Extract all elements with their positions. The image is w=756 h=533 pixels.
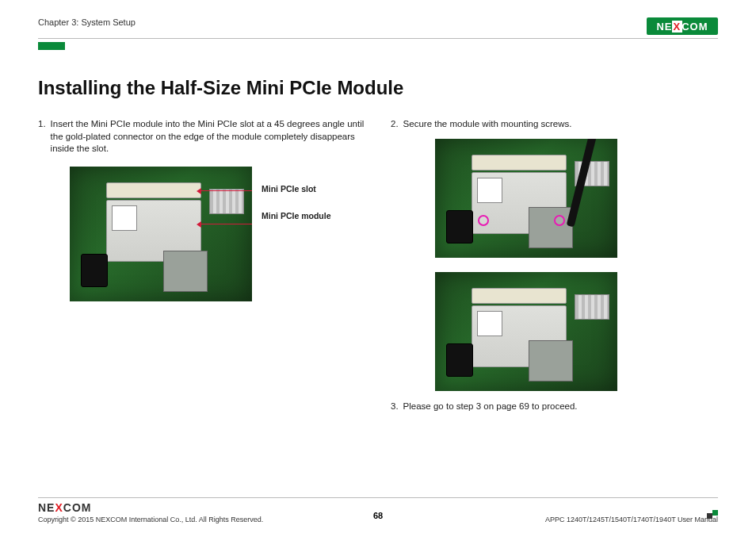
- step-2-text: Secure the module with mounting screws.: [403, 118, 572, 131]
- footer-logo: NEXCOM: [38, 501, 263, 514]
- step-1: 1. Insert the Mini PCIe module into the …: [38, 118, 365, 155]
- right-column: 2. Secure the module with mounting screw…: [391, 118, 718, 420]
- brand-logo: NEXCOM: [647, 17, 718, 35]
- figure-1: Mini PCIe slot Mini PCIe module: [70, 167, 365, 301]
- page-header: Chapter 3: System Setup NEXCOM: [38, 17, 718, 39]
- footer-logo-left: NE: [38, 501, 55, 514]
- header-accent-bar: [38, 42, 65, 50]
- manual-reference: APPC 1240T/1245T/1540T/1740T/1940T User …: [545, 516, 718, 523]
- step-3: 3. Please go to step 3 on page 69 to pro…: [391, 401, 718, 413]
- step-3-text: Please go to step 3 on page 69 to procee…: [403, 401, 578, 413]
- figure-2: [435, 139, 718, 258]
- copyright-text: Copyright © 2015 NEXCOM International Co…: [38, 516, 263, 523]
- footer-logo-x: X: [55, 501, 63, 514]
- figure-1-callouts: Mini PCIe slot Mini PCIe module: [262, 184, 333, 220]
- page-number: 68: [373, 511, 383, 520]
- step-1-text: Insert the Mini PCIe module into the Min…: [51, 118, 365, 155]
- logo-part-left: NE: [656, 21, 672, 33]
- figure-3: [435, 272, 718, 391]
- step-2: 2. Secure the module with mounting screw…: [391, 118, 718, 131]
- content-columns: 1. Insert the Mini PCIe module into the …: [38, 118, 718, 420]
- step-2-number: 2.: [391, 118, 399, 131]
- board-photo-2: [435, 139, 617, 258]
- chapter-label: Chapter 3: System Setup: [38, 17, 136, 27]
- callout-slot: Mini PCIe slot: [262, 184, 333, 194]
- footer-logo-right: COM: [63, 501, 92, 514]
- logo-part-right: COM: [682, 21, 708, 33]
- page-footer: NEXCOM Copyright © 2015 NEXCOM Internati…: [38, 497, 718, 523]
- callout-module: Mini PCIe module: [262, 211, 333, 220]
- page-title: Installing the Half-Size Mini PCIe Modul…: [38, 77, 718, 99]
- board-photo-1: [70, 167, 252, 301]
- step-1-number: 1.: [38, 118, 46, 155]
- footer-left: NEXCOM Copyright © 2015 NEXCOM Internati…: [38, 501, 263, 523]
- board-photo-3: [435, 272, 617, 391]
- step-3-number: 3.: [391, 401, 399, 413]
- left-column: 1. Insert the Mini PCIe module into the …: [38, 118, 365, 420]
